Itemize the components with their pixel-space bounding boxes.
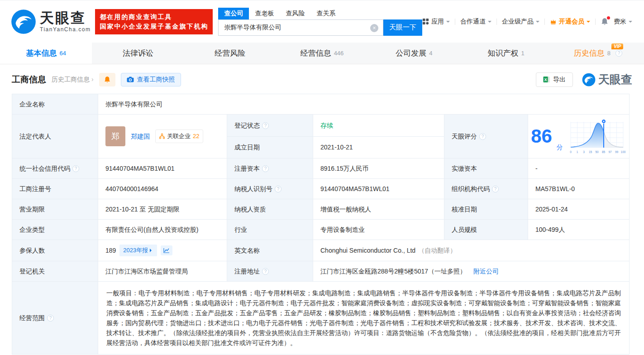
camera-icon xyxy=(127,77,134,82)
arrow-right-icon xyxy=(150,249,153,252)
search-tab-company[interactable]: 查公司 xyxy=(218,8,249,19)
tab-count: 446 xyxy=(334,50,344,57)
related-count: 22 xyxy=(193,131,199,141)
tab-intellectual-property[interactable]: 知识产权 1 xyxy=(460,43,552,64)
search-input[interactable] xyxy=(219,20,383,35)
field-label: 参保人数 xyxy=(12,240,98,261)
help-icon[interactable]: ? xyxy=(262,165,269,172)
tab-company-development[interactable]: 公司发展 4 xyxy=(368,43,460,64)
top-nav: 应用 合作通道 企业级产品 开通会员 费米 xyxy=(422,18,632,26)
help-icon[interactable]: ? xyxy=(262,122,269,129)
paid-capital-value: - xyxy=(528,158,630,179)
nearby-companies-link[interactable]: 附近公司 xyxy=(473,268,499,275)
table-row: 经营范围? 一般项目：电子专用材料制造；电子专用材料销售；电子专用材料研发；集成… xyxy=(12,282,630,355)
snapshot-button-label: 查看工商快照 xyxy=(137,76,175,84)
help-icon[interactable]: ? xyxy=(47,315,54,321)
nav-vip-label: 开通会员 xyxy=(559,18,584,26)
field-label: 人员规模 xyxy=(444,220,528,240)
nav-partner[interactable]: 合作通道 xyxy=(460,18,491,26)
field-label-text: 注册地址 xyxy=(234,268,260,275)
credit-code-value: 91440704MA57B1WL01 xyxy=(98,158,227,179)
help-icon[interactable]: ? xyxy=(479,133,486,140)
field-label: 英文名称 xyxy=(227,240,313,261)
approval-date-value: 2025-01-24 xyxy=(528,199,630,220)
watermark-logo: 天眼查 xyxy=(582,72,632,87)
table-row: 法定代表人 郑 郑建国 关联企业 22 登记状态? 存续 天眼评分? 86 分 xyxy=(12,115,630,137)
field-label: 成立日期 xyxy=(227,136,313,158)
slogan-line2: 国家中小企业发展子基金旗下机构 xyxy=(100,22,208,31)
field-label: 实缴资本 xyxy=(444,158,528,179)
logo-name: 天眼查 xyxy=(40,11,91,25)
tab-basic-info[interactable]: 基本信息 64 xyxy=(0,43,92,64)
field-label: 工商注册号 xyxy=(12,179,98,199)
tab-business-info[interactable]: 经营信息 446 xyxy=(276,43,368,64)
nav-enterprise[interactable]: 企业级产品 xyxy=(502,18,539,26)
taxpayer-quality-value: 增值税一般纳税人 xyxy=(313,199,444,220)
svg-text:1: 1 xyxy=(577,150,578,154)
tianyancha-logo-icon xyxy=(11,9,36,34)
field-label: 登记机关 xyxy=(12,261,98,282)
business-snapshot-button[interactable]: 查看工商快照 xyxy=(121,73,181,86)
help-icon[interactable]: ? xyxy=(275,186,281,192)
search-tab-boss[interactable]: 查老板 xyxy=(249,8,280,19)
tab-legal-litigation[interactable]: 法律诉讼 xyxy=(92,43,184,64)
field-label: 登记状态? xyxy=(227,115,313,137)
table-row: 企业名称 崇辉半导体有限公司 xyxy=(12,94,630,115)
export-button[interactable]: X 导出 xyxy=(536,72,573,87)
tab-count: 1 xyxy=(521,50,524,57)
logo-domain: TianYanCha.com xyxy=(40,26,91,33)
tab-count: 64 xyxy=(59,50,66,57)
company-type-value: 有限责任公司(自然人投资或控股) xyxy=(98,220,227,240)
table-row: 企业类型 有限责任公司(自然人投资或控股) 行业 专用设备制造业 人员规模 10… xyxy=(12,220,630,240)
tianyancha-logo-icon xyxy=(582,73,596,86)
nav-vip-membership[interactable]: 开通会员 xyxy=(550,18,590,26)
history-business-info-link[interactable]: 历史工商信息 xyxy=(52,76,94,84)
crown-icon xyxy=(550,18,557,25)
search-box: × xyxy=(218,19,383,36)
line-chart-icon xyxy=(163,248,170,253)
score-cell: 86 分 xyxy=(528,115,630,158)
monitor-bell-button[interactable] xyxy=(99,73,115,86)
nav-apps[interactable]: 应用 xyxy=(422,18,450,26)
search-tab-risk[interactable]: 查风险 xyxy=(280,8,310,19)
field-label-text: 统一社会信用代码 xyxy=(19,165,70,172)
field-label: 纳税人资质 xyxy=(227,199,313,220)
table-row: 营业期限 2021-10-21 至 无固定期限 纳税人资质 增值税一般纳税人 核… xyxy=(12,199,630,220)
field-label: 纳税人识别号? xyxy=(227,179,313,199)
avatar[interactable]: 郑 xyxy=(105,126,125,146)
help-icon[interactable]: ? xyxy=(492,186,499,192)
search-tab-relation[interactable]: 查关系 xyxy=(310,8,341,19)
score-unit: 分 xyxy=(557,142,563,152)
annual-report-label: 2023年报 xyxy=(123,245,148,255)
field-label: 营业期限 xyxy=(12,199,98,220)
nav-user[interactable]: 费米 xyxy=(614,18,632,26)
svg-text:85: 85 xyxy=(602,150,606,154)
reg-number-value: 440704000146964 xyxy=(98,179,227,199)
field-label: 天眼评分? xyxy=(444,115,528,158)
chevron-down-icon xyxy=(629,21,632,24)
reg-authority-value: 江门市江海区市场监督管理局 xyxy=(98,261,227,282)
annual-report-badge[interactable]: 2023年报 xyxy=(119,245,157,256)
trend-chart-button[interactable] xyxy=(161,245,172,255)
site-logo[interactable]: 天眼查 TianYanCha.com xyxy=(11,9,91,34)
field-label: 行业 xyxy=(227,220,313,240)
field-label-text: 纳税人识别号 xyxy=(234,185,272,192)
section-title: 工商信息 xyxy=(12,74,46,86)
tab-business-risk[interactable]: 经营风险 xyxy=(184,43,276,64)
svg-text:50: 50 xyxy=(595,150,599,154)
related-companies-badge[interactable]: 关联企业 22 xyxy=(155,130,203,143)
clear-icon[interactable]: × xyxy=(370,24,378,32)
help-icon[interactable]: ? xyxy=(262,268,269,275)
field-label: 组织机构代码? xyxy=(444,179,528,199)
help-icon[interactable]: ? xyxy=(72,165,79,172)
field-label-text: 经营范围 xyxy=(19,314,45,321)
est-date-value: 2021-10-21 xyxy=(313,136,444,158)
svg-text:0: 0 xyxy=(570,150,572,154)
legal-rep-link[interactable]: 郑建国 xyxy=(131,131,150,141)
tab-history-info[interactable]: VIP 历史信息 8 ? xyxy=(552,43,644,64)
nav-apps-label: 应用 xyxy=(431,18,444,26)
search-button[interactable]: 天眼一下 xyxy=(383,19,422,36)
help-icon[interactable]: ? xyxy=(615,50,622,57)
company-name-value: 崇辉半导体有限公司 xyxy=(98,94,630,115)
notifications-bell[interactable] xyxy=(601,18,609,26)
